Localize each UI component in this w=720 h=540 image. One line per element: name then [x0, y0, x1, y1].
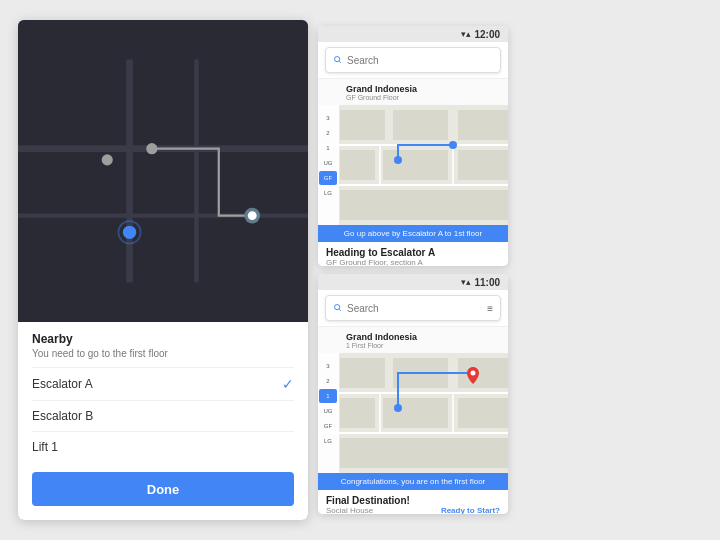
sp2-bottom-title: Final Destination!: [326, 495, 500, 506]
sp1-search-text[interactable]: Search: [347, 55, 493, 66]
svg-point-40: [335, 56, 340, 61]
sp2-floor-ug[interactable]: UG: [319, 404, 337, 418]
sp1-map-area: 3 2 1 UG GF LG: [318, 105, 508, 225]
sp2-time: 11:00: [474, 277, 500, 288]
sp1-floor-3[interactable]: 3: [319, 111, 337, 125]
sp2-location-name: Grand Indonesia: [346, 332, 501, 342]
svg-point-38: [123, 226, 136, 239]
svg-rect-29: [18, 59, 308, 282]
sp1-status-icons: ▾▴ 12:00: [461, 29, 500, 40]
sp2-status-icons: ▾▴ 11:00: [461, 277, 500, 288]
svg-point-57: [335, 304, 340, 309]
sp2-location-sub: 1 First Floor: [346, 342, 501, 349]
svg-rect-65: [458, 398, 508, 428]
modal-map-dark: [18, 20, 308, 322]
svg-point-37: [248, 211, 257, 220]
sp2-floor-sidebar[interactable]: 3 2 1 UG GF LG: [318, 353, 338, 473]
sp2-search-icon: [333, 303, 342, 314]
sp1-nav-strip: Go up above by Escalator A to 1st floor: [318, 225, 508, 242]
sp2-bottom-info: Final Destination! Social House Ready to…: [318, 490, 508, 514]
sp2-floor-1[interactable]: 1: [319, 389, 337, 403]
modal-item-escalator-a[interactable]: Escalator A ✓: [32, 367, 294, 400]
modal-item-label-lift: Lift 1: [32, 440, 58, 454]
svg-rect-44: [393, 110, 448, 140]
svg-rect-46: [340, 150, 375, 180]
svg-point-72: [394, 404, 402, 412]
sp2-search-bar[interactable]: Search ≡: [325, 295, 501, 321]
modal-item-label-b: Escalator B: [32, 409, 93, 423]
small-phone-1: ▾▴ 12:00 Search Grand Indonesia GF Groun…: [318, 26, 508, 266]
sp2-floor-lg[interactable]: LG: [319, 434, 337, 448]
modal-bottom: Nearby You need to go to the first floor…: [18, 322, 308, 520]
svg-rect-49: [340, 190, 508, 220]
scene: ▾▴ ▴ ▮ 12:30 Search ≡ Grand Indonesia GF…: [0, 0, 720, 540]
sp1-floor-1[interactable]: 1: [319, 141, 337, 155]
sp1-location-name: Grand Indonesia: [346, 84, 501, 94]
sp1-search-bar[interactable]: Search: [325, 47, 501, 73]
small-phone-2: ▾▴ 11:00 Search ≡ Grand Indonesia 1 Firs…: [318, 274, 508, 514]
svg-rect-64: [383, 398, 448, 428]
sp2-floor-2[interactable]: 2: [319, 374, 337, 388]
svg-rect-60: [340, 358, 385, 388]
sp1-location-sub: GF Ground Floor: [346, 94, 501, 101]
sp1-floor-sidebar[interactable]: 3 2 1 UG GF LG: [318, 105, 338, 225]
svg-line-58: [339, 309, 341, 311]
sp1-signal-icon: ▾▴: [461, 29, 471, 39]
modal-title: Nearby: [32, 332, 294, 346]
done-button[interactable]: Done: [32, 472, 294, 506]
sp2-search-text[interactable]: Search: [347, 303, 487, 314]
sp1-bottom-info: Heading to Escalator A GF Ground Floor, …: [318, 242, 508, 266]
sp1-status-bar: ▾▴ 12:00: [318, 26, 508, 42]
sp1-floor-lg[interactable]: LG: [319, 186, 337, 200]
svg-point-34: [102, 154, 113, 165]
sp2-info-bar: Grand Indonesia 1 First Floor: [318, 326, 508, 353]
sp1-bottom-sub: GF Ground Floor, section A: [326, 258, 500, 266]
small-phones: ▾▴ 12:00 Search Grand Indonesia GF Groun…: [318, 26, 508, 514]
svg-point-73: [471, 371, 476, 376]
svg-rect-66: [340, 438, 508, 468]
svg-rect-45: [458, 110, 508, 140]
modal-overlay: Nearby You need to go to the first floor…: [18, 20, 308, 520]
sp1-search-icon: [333, 55, 342, 66]
svg-point-56: [449, 141, 457, 149]
sp1-info-bar: Grand Indonesia GF Ground Floor: [318, 78, 508, 105]
svg-rect-63: [340, 398, 375, 428]
modal-item-label: Escalator A: [32, 377, 93, 391]
sp2-menu-icon[interactable]: ≡: [487, 303, 493, 314]
sp2-bottom-sub: Social House: [326, 506, 373, 514]
sp1-floor-ug[interactable]: UG: [319, 156, 337, 170]
modal-check-icon: ✓: [282, 376, 294, 392]
svg-line-41: [339, 61, 341, 63]
modal-item-lift[interactable]: Lift 1: [32, 431, 294, 462]
modal-subtitle: You need to go to the first floor: [32, 348, 294, 359]
svg-point-55: [394, 156, 402, 164]
svg-rect-47: [383, 150, 448, 180]
sp2-floor-gf[interactable]: GF: [319, 419, 337, 433]
main-phone: ▾▴ ▴ ▮ 12:30 Search ≡ Grand Indonesia GF…: [18, 20, 308, 520]
sp1-floor-gf[interactable]: GF: [319, 171, 337, 185]
sp2-map-area: 3 2 1 UG GF LG: [318, 353, 508, 473]
modal-item-escalator-b[interactable]: Escalator B: [32, 400, 294, 431]
svg-rect-43: [340, 110, 385, 140]
sp2-nav-strip: Congratulations, you are on the first fl…: [318, 473, 508, 490]
sp2-floor-3[interactable]: 3: [319, 359, 337, 373]
sp2-signal-icon: ▾▴: [461, 277, 471, 287]
sp1-floor-2[interactable]: 2: [319, 126, 337, 140]
svg-rect-48: [458, 150, 508, 180]
sp1-bottom-title: Heading to Escalator A: [326, 247, 500, 258]
sp1-time: 12:00: [474, 29, 500, 40]
sp2-ready-link[interactable]: Ready to Start?: [441, 506, 500, 514]
sp2-status-bar: ▾▴ 11:00: [318, 274, 508, 290]
